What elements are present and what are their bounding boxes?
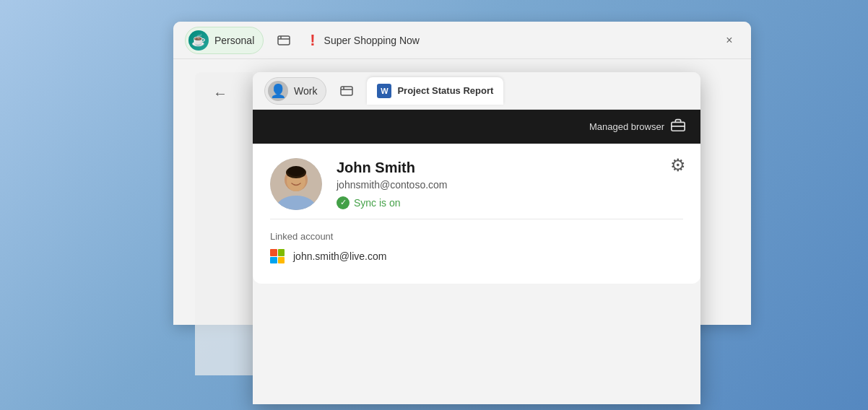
new-tab-icon-back[interactable] bbox=[272, 29, 295, 52]
sync-status-text: Sync is on bbox=[354, 197, 401, 209]
svg-rect-3 bbox=[341, 87, 352, 95]
close-button-back[interactable]: × bbox=[719, 30, 739, 51]
back-arrow-button[interactable]: ← bbox=[213, 85, 227, 102]
profile-details: John Smith johnsmith@contoso.com ✓ Sync … bbox=[337, 160, 448, 209]
sync-status-row: ✓ Sync is on bbox=[337, 196, 448, 209]
browser-window-front: 👤 Work W Project Status Report Managed b… bbox=[253, 72, 700, 404]
profile-badge-personal[interactable]: ☕ Personal bbox=[185, 27, 264, 54]
svg-point-13 bbox=[287, 166, 305, 176]
active-tab-title: Project Status Report bbox=[397, 85, 493, 96]
new-tab-icon-front[interactable] bbox=[335, 79, 358, 102]
profile-info-row: John Smith johnsmith@contoso.com ✓ Sync … bbox=[270, 158, 683, 210]
profile-card-body: ⚙ bbox=[253, 144, 700, 284]
ms-logo-red bbox=[270, 249, 277, 256]
microsoft-logo bbox=[270, 249, 285, 263]
managed-banner: Managed browser bbox=[253, 110, 700, 144]
linked-email: john.smith@live.com bbox=[293, 250, 386, 262]
ms-logo-green bbox=[278, 249, 285, 256]
managed-text: Managed browser bbox=[589, 121, 664, 132]
linked-account-row[interactable]: john.smith@live.com bbox=[270, 249, 683, 263]
avatar-image bbox=[270, 158, 322, 210]
titlebar-back: ☕ Personal ! Super Shopping Now × bbox=[173, 22, 751, 59]
profile-dropdown-card: Managed browser ⚙ bbox=[253, 110, 700, 284]
avatar bbox=[270, 158, 322, 210]
notification-icon: ! bbox=[310, 31, 315, 50]
work-profile-emoji: 👤 bbox=[270, 83, 286, 99]
profile-name: John Smith bbox=[337, 160, 448, 176]
linked-account-label: Linked account bbox=[270, 231, 683, 242]
profile-email: johnsmith@contoso.com bbox=[337, 179, 448, 191]
tab-title-back: Super Shopping Now bbox=[324, 35, 711, 46]
settings-gear-button[interactable]: ⚙ bbox=[670, 155, 686, 175]
personal-emoji: ☕ bbox=[191, 33, 206, 47]
divider bbox=[270, 219, 683, 219]
profile-badge-work[interactable]: 👤 Work bbox=[264, 77, 326, 105]
svg-rect-0 bbox=[278, 36, 290, 45]
word-icon: W bbox=[377, 84, 391, 98]
personal-profile-label: Personal bbox=[214, 35, 254, 46]
titlebar-front: 👤 Work W Project Status Report bbox=[253, 72, 700, 110]
work-profile-icon: 👤 bbox=[268, 81, 288, 101]
ms-logo-yellow bbox=[278, 257, 285, 264]
sidebar-panel bbox=[195, 72, 253, 375]
personal-profile-icon: ☕ bbox=[188, 30, 209, 51]
work-profile-label: Work bbox=[294, 85, 317, 97]
briefcase-icon bbox=[670, 117, 686, 136]
ms-logo-blue bbox=[270, 257, 277, 264]
sync-check-icon: ✓ bbox=[337, 196, 350, 209]
active-tab[interactable]: W Project Status Report bbox=[367, 77, 503, 105]
